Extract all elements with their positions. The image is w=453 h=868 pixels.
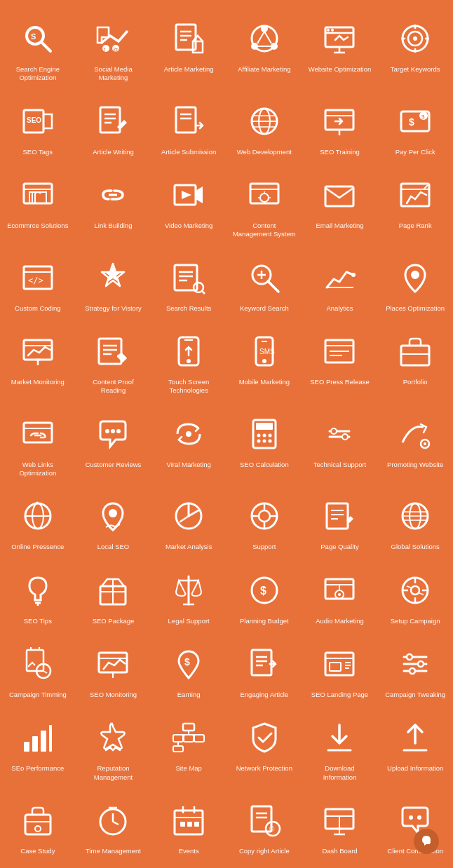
icon-label: Dash Board bbox=[322, 847, 357, 855]
bottom-badge-button[interactable] bbox=[414, 829, 439, 854]
icon-item-promoting-website[interactable]: Promoting Website bbox=[377, 402, 453, 485]
icon-item-campaign-tweaking[interactable]: Campaign Tweaking bbox=[377, 632, 453, 706]
icon-item-seo-training[interactable]: SEO Training bbox=[302, 90, 378, 163]
icon-label: Content Management System bbox=[233, 222, 296, 239]
icon-item-seo-landing[interactable]: SEO Landing Page bbox=[302, 632, 378, 706]
icon-item-social-media[interactable]: f@ Social Media Marketing bbox=[76, 7, 151, 90]
page-rank-icon bbox=[394, 174, 436, 216]
icon-item-campaign-timming[interactable]: Campaign Timming bbox=[0, 632, 76, 706]
icon-item-case-study[interactable]: Case Study bbox=[0, 789, 76, 862]
icon-item-affiliate[interactable]: Affiliate Marketing bbox=[226, 7, 302, 90]
icon-label: SEO Landing Page bbox=[311, 691, 368, 699]
icon-label: Earning bbox=[177, 691, 201, 699]
icon-item-viral-marketing[interactable]: Viral Marketing bbox=[151, 402, 226, 485]
icon-item-seo-tags[interactable]: SEO SEO Tags bbox=[0, 90, 76, 163]
icon-item-copyright-article[interactable]: © Copy right Article bbox=[226, 789, 302, 862]
icon-label: Content Proof Reading bbox=[81, 378, 144, 395]
icon-item-client-consultation[interactable]: Client Consultation bbox=[377, 789, 453, 862]
icon-item-audio-marketing[interactable]: Audio Marketing bbox=[302, 559, 378, 632]
svg-line-72 bbox=[202, 291, 205, 294]
icon-item-market-analysis[interactable]: Market Analysis bbox=[151, 484, 226, 558]
icon-item-page-quality[interactable]: Page Quality bbox=[302, 484, 378, 558]
icon-item-upload-information[interactable]: Upload Information bbox=[377, 706, 453, 789]
svg-line-15 bbox=[257, 32, 264, 43]
icon-item-download-information[interactable]: Download Information bbox=[302, 706, 378, 789]
svg-rect-217 bbox=[194, 822, 199, 827]
custom-coding-icon: </> bbox=[17, 257, 59, 299]
svg-line-16 bbox=[264, 32, 271, 43]
icon-item-dashboard[interactable]: Dash Board bbox=[302, 789, 378, 862]
icon-item-article-writing[interactable]: Article Writing bbox=[76, 90, 151, 163]
icon-item-search-engine-optimization[interactable]: S Search Engine Optimization bbox=[0, 7, 76, 90]
icon-item-video-marketing[interactable]: Video Marketing bbox=[151, 163, 226, 246]
icon-item-mobile-marketing[interactable]: SMS Mobile Marketing bbox=[226, 320, 302, 402]
icon-item-technical-support[interactable]: Technical Support bbox=[302, 402, 378, 485]
icon-item-market-monitoring[interactable]: Market Monitoring bbox=[0, 320, 76, 402]
icon-item-article-marketing[interactable]: Article Marketing bbox=[151, 7, 226, 90]
icon-item-page-rank[interactable]: Page Rank bbox=[377, 163, 453, 246]
icon-item-link-building[interactable]: Link Building bbox=[76, 163, 151, 246]
icon-item-earning[interactable]: $ Earning bbox=[151, 632, 226, 706]
icon-item-email-marketing[interactable]: Email Marketing bbox=[302, 163, 378, 246]
icon-item-portfolio[interactable]: Portfolio bbox=[377, 320, 453, 402]
icon-item-keyword-search[interactable]: Keyword Search bbox=[226, 246, 302, 320]
svg-rect-100 bbox=[401, 346, 429, 365]
icon-item-content-proof[interactable]: Content Proof Reading bbox=[76, 320, 151, 402]
icon-item-seo-performance[interactable]: SEo Performance bbox=[0, 706, 76, 789]
icon-item-web-development[interactable]: Web Development bbox=[226, 90, 302, 163]
icon-label: Video Marketing bbox=[165, 222, 212, 230]
icon-item-target-keywords[interactable]: Target Keywords bbox=[377, 7, 453, 90]
global-solutions-icon bbox=[394, 495, 436, 537]
reputation-management-icon bbox=[92, 717, 134, 759]
icon-label: Strategy for Vistory bbox=[85, 304, 142, 313]
icon-item-website-opt[interactable]: Website Optimization bbox=[302, 7, 378, 90]
icon-item-online-presence[interactable]: Online Pressence bbox=[0, 484, 76, 558]
icon-item-setup-campaign[interactable]: Setup Campaign bbox=[377, 559, 453, 632]
strategy-icon bbox=[92, 257, 134, 299]
icon-item-reputation-management[interactable]: Reputation Management bbox=[76, 706, 151, 789]
seo-package-icon bbox=[92, 569, 134, 611]
icon-item-events[interactable]: Events bbox=[151, 789, 226, 862]
icon-item-seo-calculation[interactable]: SEO Calculation bbox=[226, 402, 302, 485]
icon-item-planning-budget[interactable]: $ Planning Budget bbox=[226, 559, 302, 632]
social-media-icon: f@ bbox=[92, 18, 134, 60]
icon-item-search-results[interactable]: Search Results bbox=[151, 246, 226, 320]
time-management-icon bbox=[92, 799, 134, 841]
icon-item-strategy[interactable]: Strategy for Vistory bbox=[76, 246, 151, 320]
icon-item-engaging-article[interactable]: Engaging Article bbox=[226, 632, 302, 706]
svg-rect-52 bbox=[24, 184, 52, 203]
svg-rect-199 bbox=[194, 735, 204, 742]
svg-point-110 bbox=[257, 433, 260, 437]
icon-item-seo-monitoring[interactable]: SEO Monitoring bbox=[76, 632, 151, 706]
icon-item-custom-coding[interactable]: </> Custom Coding bbox=[0, 246, 76, 320]
svg-point-111 bbox=[262, 433, 266, 437]
seo-tags-icon: SEO bbox=[17, 100, 59, 142]
icon-item-analytics[interactable]: Analytics bbox=[302, 246, 378, 320]
icon-item-legal-support[interactable]: Legal Support bbox=[151, 559, 226, 632]
icon-item-ecommerce[interactable]: Ecommrce Solutions bbox=[0, 163, 76, 246]
icon-item-local-seo[interactable]: Local SEO bbox=[76, 484, 151, 558]
icon-item-time-management[interactable]: Time Management bbox=[76, 789, 151, 862]
icon-item-article-submission[interactable]: Article Submission bbox=[151, 90, 226, 163]
search-results-icon bbox=[168, 257, 210, 299]
icon-label: SEO Tags bbox=[23, 148, 53, 156]
icon-item-seo-package[interactable]: SEO Package bbox=[76, 559, 151, 632]
svg-point-12 bbox=[261, 25, 268, 32]
seo-landing-icon bbox=[318, 643, 360, 685]
svg-point-114 bbox=[262, 439, 266, 442]
icon-item-touch-screen[interactable]: Touch Screen Technologies bbox=[151, 320, 226, 402]
search-engine-icon: S bbox=[17, 18, 59, 60]
icon-item-network-protection[interactable]: Network Protection bbox=[226, 706, 302, 789]
icon-item-pay-per-click[interactable]: $$ Pay Per Click bbox=[377, 90, 453, 163]
icon-item-seo-press[interactable]: SEO Press Release bbox=[302, 320, 378, 402]
icon-item-support[interactable]: Support bbox=[226, 484, 302, 558]
icon-item-places-optimization[interactable]: Places Optimization bbox=[377, 246, 453, 320]
icon-label: Download Information bbox=[308, 764, 371, 782]
icon-item-site-map[interactable]: Site Map bbox=[151, 706, 226, 789]
icon-item-customer-reviews[interactable]: Customer Reviews bbox=[76, 402, 151, 485]
icon-label: Case Study bbox=[20, 847, 55, 855]
icon-item-web-links[interactable]: Web Links Optimization bbox=[0, 402, 76, 485]
icon-item-cms[interactable]: Content Management System bbox=[226, 163, 302, 246]
icon-item-seo-tips[interactable]: SEO Tips bbox=[0, 559, 76, 632]
icon-item-global-solutions[interactable]: Global Solutions bbox=[377, 484, 453, 558]
